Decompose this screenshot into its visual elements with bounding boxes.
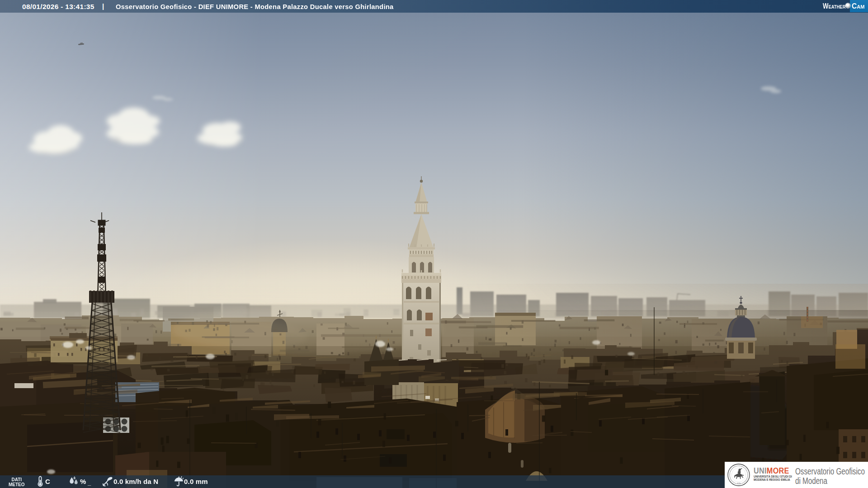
svg-text:1175: 1175 bbox=[737, 483, 741, 484]
